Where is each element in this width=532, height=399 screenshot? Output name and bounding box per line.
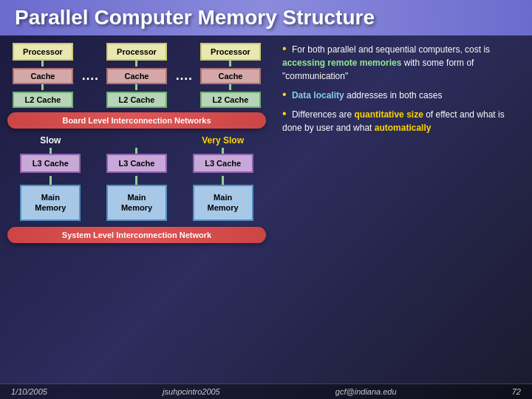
footer-date: 1/10/2005 (11, 387, 47, 396)
processors-row: Processor Cache L2 Cache …. Processor Ca… (7, 43, 266, 108)
mem-connector-2 (135, 176, 137, 185)
footer-email: gcf@indiana.edu (335, 387, 397, 396)
mem-line1-3: Main (214, 193, 232, 202)
bullet-2: • Data locality addresses in both cases (282, 89, 523, 102)
mem-connector-3 (222, 176, 224, 185)
bullet-dot-1: • (282, 42, 287, 55)
connector-3b (229, 84, 231, 90)
bullet-3-highlight-1: quantitative size (354, 109, 423, 120)
speed-label-very-slow: Very Slow (202, 135, 244, 146)
l3-connector-2 (135, 148, 137, 154)
l2-box-1: L2 Cache (13, 92, 73, 108)
bullet-1-highlight-green: accessing remote memories (282, 58, 401, 68)
connector-2a (135, 61, 137, 66)
mem-group-2: Main Memory (96, 176, 177, 221)
footer: 1/10/2005 jsuhpcintro2005 gcf@indiana.ed… (0, 383, 532, 399)
slide: Parallel Computer Memory Structure Proce… (0, 0, 532, 399)
l2-box-2: L2 Cache (106, 92, 167, 108)
l3-box-3: L3 Cache (193, 154, 253, 173)
connector-2b (135, 84, 137, 90)
l3-box-1: L3 Cache (20, 154, 81, 173)
bullet-3-highlight-2: automatically (375, 123, 432, 133)
mem-line1-2: Main (127, 193, 146, 202)
connector-1a (41, 61, 44, 66)
mem-line2-3: Memory (208, 203, 239, 212)
board-network-banner: Board Level Interconnection Networks (7, 112, 266, 129)
mem-group-3: Main Memory (183, 176, 264, 221)
mem-box-2: Main Memory (106, 185, 167, 221)
right-text-panel: • For both parallel and sequential compu… (273, 35, 532, 396)
l3-group-2: L3 Cache (96, 148, 177, 173)
processor-group-3: Processor Cache L2 Cache (195, 43, 266, 108)
mem-group-1: Main Memory (10, 176, 91, 221)
bullet-2-highlight-blue: Data locality (292, 90, 344, 100)
bullet-1: • For both parallel and sequential compu… (282, 43, 523, 83)
connector-1b (41, 84, 44, 90)
main-content: Processor Cache L2 Cache …. Processor Ca… (0, 35, 532, 396)
bullet-3: • Differences are quantitative size of e… (282, 108, 523, 134)
speed-row: Slow Very Slow (7, 133, 266, 146)
cache-box-1: Cache (13, 68, 73, 84)
l3-box-2: L3 Cache (106, 154, 167, 173)
mem-box-1: Main Memory (20, 185, 81, 221)
dots-2: …. (172, 61, 195, 91)
mem-connector-1 (50, 176, 52, 185)
dots-1: …. (78, 61, 101, 91)
l3-row: L3 Cache L3 Cache L3 Cache (7, 148, 266, 173)
processor-group-2: Processor Cache L2 Cache (101, 43, 172, 108)
footer-site: jsuhpcintro2005 (163, 387, 220, 396)
mem-line2-2: Memory (121, 203, 152, 212)
l3-connector-3 (222, 148, 224, 154)
processor-box-1: Processor (13, 43, 73, 61)
bullet-1-text: For both parallel and sequential compute… (282, 44, 490, 81)
mem-line1-1: Main (41, 193, 60, 202)
mem-box-3: Main Memory (193, 185, 253, 221)
speed-label-slow: Slow (40, 135, 61, 146)
processor-box-3: Processor (200, 43, 261, 61)
bullet-2-text: Data locality addresses in both cases (292, 90, 442, 100)
l3-group-1: L3 Cache (10, 148, 91, 173)
footer-page: 72 (512, 387, 521, 396)
bullet-3-text: Differences are quantitative size of eff… (282, 109, 505, 133)
title-area: Parallel Computer Memory Structure (0, 0, 532, 35)
processor-box-2: Processor (106, 43, 167, 61)
bullet-dot-2: • (282, 88, 287, 100)
l3-connector-1 (50, 148, 52, 154)
processor-group-1: Processor Cache L2 Cache (7, 43, 78, 108)
slide-title: Parallel Computer Memory Structure (15, 6, 375, 29)
connector-3a (229, 61, 231, 66)
cache-box-2: Cache (106, 68, 167, 84)
l3-group-3: L3 Cache (183, 148, 264, 173)
mem-row: Main Memory Main Memory Main Memory (7, 176, 266, 221)
left-diagram: Processor Cache L2 Cache …. Processor Ca… (0, 35, 273, 396)
system-network-banner: System Level Interconnection Network (7, 227, 266, 243)
bullet-dot-3: • (282, 107, 287, 120)
mem-line2-1: Memory (35, 203, 66, 212)
l2-box-3: L2 Cache (200, 92, 261, 108)
cache-box-3: Cache (200, 68, 261, 84)
